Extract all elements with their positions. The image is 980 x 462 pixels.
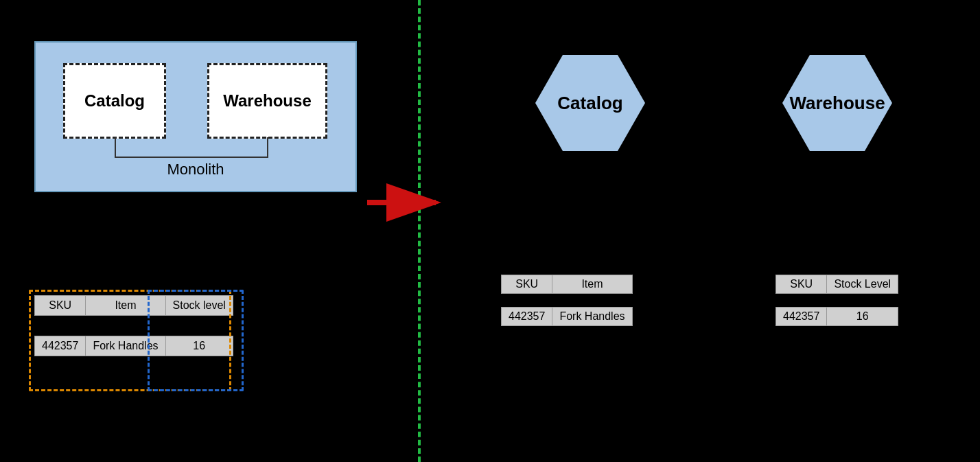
left-table-wrapper: SKU Item Stock level 442357 Fork Handles… bbox=[34, 295, 233, 356]
warehouse-cell-sku: 442357 bbox=[776, 308, 827, 326]
catalog-data-row: 442357 Fork Handles bbox=[502, 308, 633, 326]
catalog-hex-label: Catalog bbox=[557, 93, 622, 114]
blue-border bbox=[148, 290, 244, 391]
catalog-table: SKU Item 442357 Fork Handles bbox=[501, 275, 633, 326]
connector-v1 bbox=[115, 137, 116, 158]
warehouse-box: Warehouse bbox=[207, 63, 327, 139]
warehouse-hex-wrapper: Warehouse bbox=[782, 55, 892, 151]
catalog-header-item: Item bbox=[552, 275, 632, 294]
warehouse-label: Warehouse bbox=[223, 91, 311, 111]
warehouse-header-stock: Stock Level bbox=[827, 275, 898, 294]
center-divider bbox=[418, 0, 421, 462]
catalog-label: Catalog bbox=[84, 91, 145, 111]
catalog-hexagon: Catalog bbox=[535, 55, 645, 151]
catalog-header-row: SKU Item bbox=[502, 275, 633, 294]
monolith-label: Monolith bbox=[167, 161, 224, 178]
connector-v2 bbox=[267, 137, 268, 158]
warehouse-spacer bbox=[776, 294, 898, 308]
warehouse-hex-label: Warehouse bbox=[789, 93, 885, 114]
warehouse-hexagon: Warehouse bbox=[782, 55, 892, 151]
warehouse-cell-stock: 16 bbox=[827, 308, 898, 326]
catalog-box: Catalog bbox=[63, 63, 166, 139]
arrow-container bbox=[364, 182, 446, 223]
catalog-hex-wrapper: Catalog bbox=[535, 55, 645, 151]
connector-h bbox=[115, 157, 268, 158]
catalog-header-sku: SKU bbox=[502, 275, 552, 294]
main-canvas: Catalog Warehouse Monolith bbox=[0, 0, 980, 462]
catalog-cell-item: Fork Handles bbox=[552, 308, 632, 326]
warehouse-header-sku: SKU bbox=[776, 275, 827, 294]
warehouse-header-row: SKU Stock Level bbox=[776, 275, 898, 294]
catalog-spacer bbox=[502, 294, 633, 308]
catalog-cell-sku: 442357 bbox=[502, 308, 552, 326]
warehouse-table: SKU Stock Level 442357 16 bbox=[775, 275, 898, 326]
transition-arrow bbox=[364, 182, 446, 223]
monolith-container: Catalog Warehouse Monolith bbox=[34, 41, 357, 192]
warehouse-data-row: 442357 16 bbox=[776, 308, 898, 326]
